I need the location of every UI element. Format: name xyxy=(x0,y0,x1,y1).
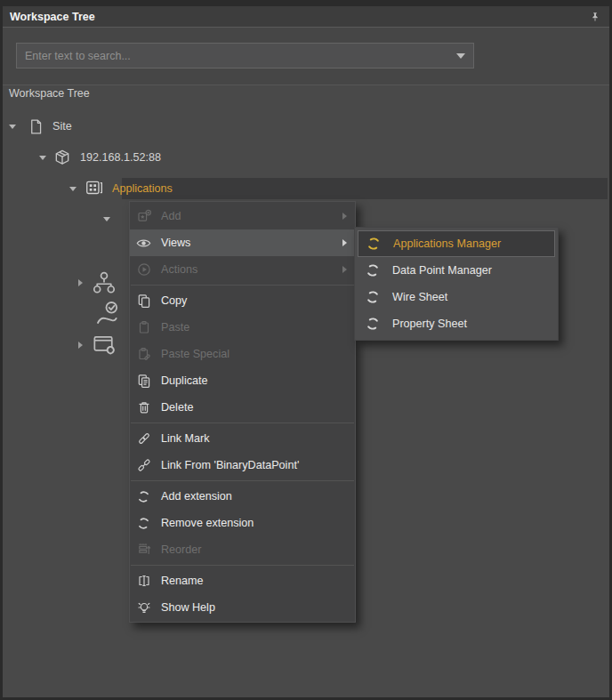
submenu-item-label: Property Sheet xyxy=(392,318,467,330)
menu-item-label: Paste Special xyxy=(161,348,347,360)
paste-icon xyxy=(136,320,151,335)
pin-icon[interactable] xyxy=(589,11,601,23)
add-icon xyxy=(136,209,151,224)
menu-item-label: Copy xyxy=(161,294,347,307)
menu-item-label: Add xyxy=(161,210,342,222)
collapse-arrow-icon[interactable] xyxy=(78,342,83,349)
menu-item-link-mark[interactable]: Link Mark xyxy=(130,425,355,452)
panel-titlebar: Workspace Tree xyxy=(3,6,609,28)
duplicate-icon xyxy=(136,374,151,389)
view-spinner-icon xyxy=(365,289,381,305)
context-menu: Add Views Actions xyxy=(129,201,356,623)
menu-item-remove-extension[interactable]: Remove extension xyxy=(130,510,355,536)
menu-item-actions: Actions xyxy=(130,256,355,283)
service-hand-icon xyxy=(94,300,123,326)
menu-item-label: Add extension xyxy=(161,490,347,503)
tree-item-label[interactable]: Applications xyxy=(112,182,173,195)
expand-arrow-icon[interactable] xyxy=(9,125,16,129)
menu-item-show-help[interactable]: Show Help xyxy=(130,594,355,621)
tree-item-applications[interactable]: Applications xyxy=(69,178,173,199)
view-spinner-icon xyxy=(365,262,381,278)
tree-section-label: Workspace Tree xyxy=(9,87,90,100)
tree-item-hidden-config[interactable] xyxy=(78,332,119,358)
menu-item-add: Add xyxy=(130,203,355,229)
menu-item-reorder: Reorder xyxy=(130,536,355,563)
tree-item-label[interactable]: Site xyxy=(52,120,72,133)
menu-item-label: Views xyxy=(161,237,342,249)
delete-icon xyxy=(136,400,151,415)
link-icon xyxy=(136,431,151,447)
menu-item-label: Rename xyxy=(161,575,347,587)
menu-separator xyxy=(131,480,354,481)
menu-item-copy[interactable]: Copy xyxy=(130,287,355,314)
tree-item-hidden-service[interactable] xyxy=(94,300,123,326)
view-spinner-icon xyxy=(365,316,381,332)
submenu-item-label: Applications Manager xyxy=(393,237,501,250)
submenu-item-wire-sheet[interactable]: Wire Sheet xyxy=(358,284,555,310)
expand-arrow-icon[interactable] xyxy=(39,156,46,160)
section-divider xyxy=(3,84,609,85)
expand-arrow-icon[interactable] xyxy=(69,187,76,191)
menu-item-label: Show Help xyxy=(161,601,347,614)
menu-separator xyxy=(131,285,354,286)
menu-item-label: Delete xyxy=(161,401,347,414)
menu-item-views[interactable]: Views xyxy=(130,229,355,256)
submenu-item-property-sheet[interactable]: Property Sheet xyxy=(358,310,555,337)
menu-item-link-from[interactable]: Link From 'BinaryDataPoint' xyxy=(130,452,355,479)
config-window-icon xyxy=(91,333,119,358)
menu-item-delete[interactable]: Delete xyxy=(130,394,355,421)
extension-icon xyxy=(136,516,151,531)
workspace-tree-panel: Workspace Tree Workspace Tree Site xyxy=(0,0,612,700)
paste-special-icon xyxy=(136,347,151,362)
menu-item-paste-special: Paste Special xyxy=(130,341,355,367)
selected-row-highlight xyxy=(122,178,608,199)
tree-item-site[interactable]: Site xyxy=(9,116,72,137)
extension-icon xyxy=(136,489,151,504)
expand-arrow-icon[interactable] xyxy=(103,217,110,221)
reorder-icon xyxy=(136,543,151,558)
rename-icon xyxy=(136,574,151,589)
applications-grid-icon xyxy=(85,179,104,198)
copy-icon xyxy=(136,294,151,309)
views-eye-icon xyxy=(136,236,151,251)
link-broken-icon xyxy=(136,458,151,473)
search-combobox[interactable] xyxy=(16,43,474,68)
views-submenu: Applications Manager Data Point Manager … xyxy=(354,227,559,341)
menu-item-label: Remove extension xyxy=(161,517,347,529)
menu-item-duplicate[interactable]: Duplicate xyxy=(130,367,355,394)
submenu-item-label: Wire Sheet xyxy=(392,291,447,303)
menu-separator xyxy=(131,565,354,566)
menu-item-label: Link Mark xyxy=(161,432,347,445)
submenu-arrow-icon xyxy=(342,213,347,220)
submenu-arrow-icon xyxy=(342,266,347,273)
menu-item-label: Actions xyxy=(161,263,342,276)
document-icon xyxy=(28,118,44,135)
menu-item-paste: Paste xyxy=(130,314,355,341)
help-bulb-icon xyxy=(136,600,151,616)
panel-title: Workspace Tree xyxy=(10,11,589,23)
search-input[interactable] xyxy=(17,50,456,62)
actions-play-icon xyxy=(136,262,151,278)
search-dropdown-icon[interactable] xyxy=(456,53,465,59)
hierarchy-icon xyxy=(91,270,117,295)
submenu-item-data-point-manager[interactable]: Data Point Manager xyxy=(358,257,555,284)
menu-item-label: Paste xyxy=(161,321,347,334)
view-spinner-icon xyxy=(366,236,382,252)
station-cube-icon xyxy=(53,149,71,166)
search-section xyxy=(3,28,609,84)
tree-item-hidden-points[interactable] xyxy=(78,270,117,296)
menu-separator xyxy=(131,422,354,423)
menu-item-label: Duplicate xyxy=(161,374,347,387)
submenu-item-label: Data Point Manager xyxy=(392,264,492,277)
menu-item-label: Link From 'BinaryDataPoint' xyxy=(161,459,347,471)
menu-item-label: Reorder xyxy=(161,543,347,556)
collapse-arrow-icon[interactable] xyxy=(78,279,83,286)
submenu-arrow-icon xyxy=(342,239,347,246)
submenu-item-applications-manager[interactable]: Applications Manager xyxy=(358,230,555,257)
menu-item-add-extension[interactable]: Add extension xyxy=(130,483,355,510)
menu-item-rename[interactable]: Rename xyxy=(130,567,355,594)
tree-item-label[interactable]: 192.168.1.52:88 xyxy=(80,151,161,164)
tree-item-station[interactable]: 192.168.1.52:88 xyxy=(39,147,161,168)
